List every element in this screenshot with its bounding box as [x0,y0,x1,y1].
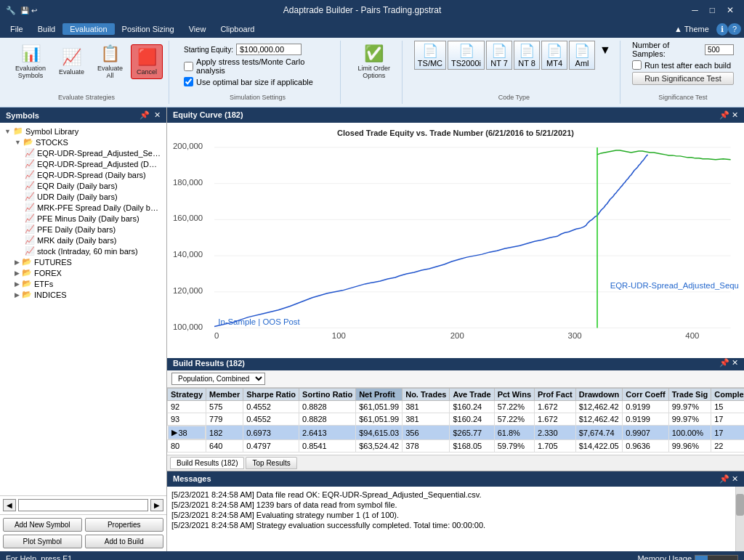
plot-symbol-button[interactable]: Plot Symbol [3,535,82,548]
memory-label: Memory Usage [637,554,692,560]
theme-menu[interactable]: ▲ Theme [667,23,716,35]
starting-equity-input[interactable] [236,44,302,55]
tree-stock-1[interactable]: 📈EQR-UDR-Spread_Adjusted (Daily b [23,158,163,169]
messages-pin-button[interactable]: 📌 [719,474,729,484]
evaluation-symbols-button[interactable]: 📊 Evaluation Symbols [10,41,51,83]
help-button[interactable]: ? [728,23,741,35]
symbols-panel: Symbols 📌 ✕ ▼ 📁 Symbol Library ▼ 📂 STOCK… [0,107,167,551]
code-aml-button[interactable]: 📄 Aml [569,41,595,70]
tree-stock-3[interactable]: 📈EQR Daily (Daily bars) [23,180,163,191]
messages-panel: Messages 📌 ✕ [5/23/2021 8:24:58 AM] Data… [167,471,744,551]
tree-stock-2[interactable]: 📈EQR-UDR-Spread (Daily bars) [23,169,163,180]
messages-scrollbar[interactable] [735,487,744,551]
code-nt7-button[interactable]: 📄 NT 7 [486,41,512,70]
code-type-label: Code Type [414,92,614,101]
menu-evaluation[interactable]: Evaluation [62,23,114,35]
menu-position-sizing[interactable]: Position Sizing [115,23,182,35]
messages-body: [5/23/2021 8:24:58 AM] Data file read OK… [167,487,744,551]
right-content: Equity Curve (182) 📌 ✕ Closed Trade Equi… [167,107,744,551]
search-next-button[interactable]: ▶ [150,499,163,511]
limit-order-button[interactable]: ✅ Limit Order Options [352,41,396,83]
equity-panel-title: Equity Curve (182) [173,110,243,120]
col-drawdown[interactable]: Drawdown [575,389,623,401]
symbol-search-input[interactable] [18,499,148,511]
tree-futures[interactable]: ▶ 📂 FUTURES [13,256,163,267]
minimize-button[interactable]: ─ [687,4,703,17]
col-prof-fact[interactable]: Prof Fact [535,389,576,401]
col-pct-wins[interactable]: Pct Wins [494,389,534,401]
col-no-trades[interactable]: No. Trades [403,389,450,401]
equity-close-button[interactable]: ✕ [732,110,738,120]
add-to-build-button[interactable]: Add to Build [85,535,164,548]
search-prev-button[interactable]: ◀ [3,499,16,511]
properties-button[interactable]: Properties [85,518,164,532]
results-pin-button[interactable]: 📌 [719,358,729,368]
code-mt4-button[interactable]: 📄 MT4 [541,41,567,70]
col-trade-sig[interactable]: Trade Sig [668,389,711,401]
code-ts2000i-button[interactable]: 📄 TS2000i [448,41,485,70]
tree-stock-8[interactable]: 📈MRK daily (Daily bars) [23,235,163,245]
equity-pin-button[interactable]: 📌 [719,110,729,120]
table-row-selected[interactable]: ▶38 182 0.6973 2.6413 $94,615.03 356 $26… [168,426,745,440]
menu-file[interactable]: File [3,23,31,35]
close-button[interactable]: ✕ [722,4,738,17]
info-button[interactable]: ℹ [716,23,728,36]
col-net-profit[interactable]: Net Profit [356,389,403,401]
col-sortino[interactable]: Sortino Ratio [299,389,356,401]
col-member[interactable]: Member [206,389,243,401]
menu-clipboard[interactable]: Clipboard [213,23,262,35]
table-row[interactable]: 80 640 0.4797 0.8541 $63,524.42 378 $168… [168,440,745,453]
evaluate-all-button[interactable]: 📋 Evaluate All [92,41,128,83]
etfs-icon: 📂 [22,279,32,288]
main-area: Symbols 📌 ✕ ▼ 📁 Symbol Library ▼ 📂 STOCK… [0,107,744,551]
messages-panel-header: Messages 📌 ✕ [167,471,744,487]
population-dropdown[interactable]: Population, Combined [171,373,265,385]
tree-stock-9[interactable]: 📈stock (Intraday, 60 min bars) [23,245,163,256]
maximize-button[interactable]: □ [705,4,719,17]
evaluate-button[interactable]: 📈 Evaluate [54,44,89,79]
num-samples-input[interactable] [705,44,734,55]
col-ave-trade[interactable]: Ave Trade [450,389,494,401]
tree-stock-5[interactable]: 📈MRK-PFE Spread Daily (Daily bars) [23,202,163,213]
code-nt8-button[interactable]: 📄 NT 8 [514,41,540,70]
tree-symbol-library[interactable]: ▼ 📁 Symbol Library [3,126,163,137]
messages-title: Messages [173,474,211,484]
tree-stock-0[interactable]: 📈EQR-UDR-Spread_Adjusted_Sequer [23,147,163,158]
col-corr-coeff[interactable]: Corr Coeff [623,389,668,401]
menu-build[interactable]: Build [31,23,62,35]
tree-stock-7[interactable]: 📈PFE Daily (Daily bars) [23,224,163,235]
table-row[interactable]: 92 575 0.4552 0.8828 $61,051.99 381 $160… [168,401,745,413]
svg-text:140,000: 140,000 [173,250,203,259]
tree-stock-6[interactable]: 📈PFE Minus Daily (Daily bars) [23,213,163,224]
monte-carlo-checkbox[interactable] [184,62,193,71]
tree-stock-4[interactable]: 📈UDR Daily (Daily bars) [23,191,163,202]
code-type-dropdown[interactable]: ▼ [597,41,614,70]
results-close-button[interactable]: ✕ [732,358,738,368]
quick-access: 💾 ↩ [20,7,37,15]
col-sharpe[interactable]: Sharpe Ratio [243,389,299,401]
table-row[interactable]: 93 779 0.4552 0.8828 $61,051.99 381 $160… [168,413,745,426]
tree-etfs[interactable]: ▶ 📂 ETFs [13,278,163,289]
col-strategy[interactable]: Strategy [168,389,206,401]
messages-scroll-thumb[interactable] [736,494,744,516]
num-samples-row: Number of Samples: [632,41,734,58]
code-tsmc-button[interactable]: 📄 TS/MC [414,41,446,70]
optimal-bar-checkbox[interactable] [184,77,193,86]
tab-build-results[interactable]: Build Results (182) [170,457,244,469]
menu-view[interactable]: View [182,23,214,35]
tree-stocks[interactable]: ▼ 📂 STOCKS [13,137,163,147]
run-test-checkbox[interactable] [632,60,642,70]
add-new-symbol-button[interactable]: Add New Symbol [3,518,82,532]
aml-icon: 📄 [574,43,590,59]
cancel-button[interactable]: 🟥 Cancel [131,44,163,79]
starting-equity-label: Starting Equity: [184,46,233,54]
symbols-pin-button[interactable]: 📌 [140,110,150,120]
col-complexity[interactable]: Complexity [711,389,744,401]
tree-forex[interactable]: ▶ 📂 FOREX [13,267,163,278]
tab-top-results[interactable]: Top Results [246,457,296,469]
run-significance-button[interactable]: Run Significance Test [632,72,734,85]
tree-indices[interactable]: ▶ 📂 INDICES [13,289,163,300]
messages-close-button[interactable]: ✕ [732,474,738,484]
results-table-container[interactable]: Strategy Member Sharpe Ratio Sortino Rat… [167,388,744,455]
symbols-close-button[interactable]: ✕ [154,110,161,120]
